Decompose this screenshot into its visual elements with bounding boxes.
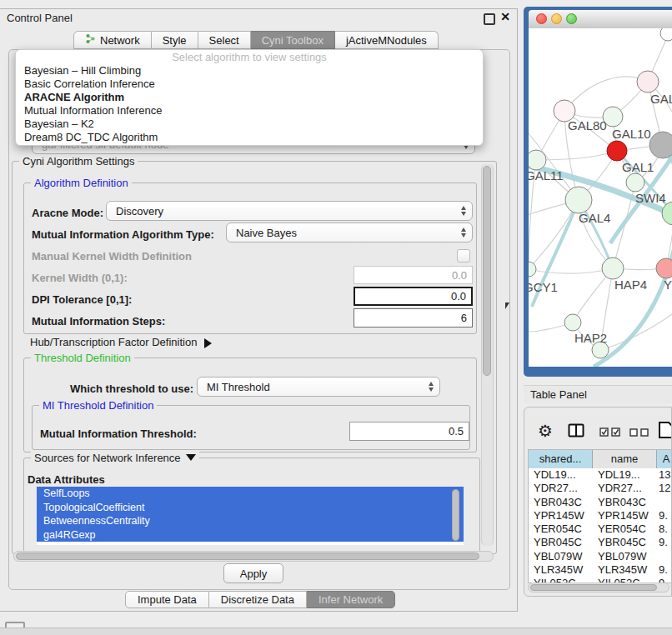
- mi-algorithm-type-select[interactable]: Naive Bayes: [226, 222, 473, 242]
- tab-label: jActiveMNodules: [346, 34, 427, 47]
- algorithm-option-basic-correlation-inference[interactable]: Basic Correlation Inference: [16, 78, 483, 91]
- settings-vertical-scrollbar-thumb[interactable]: [483, 166, 491, 376]
- network-node[interactable]: [662, 202, 672, 225]
- kernel-width-field[interactable]: 0.0: [354, 266, 473, 284]
- node-table: shared...nameA YDL19...YDL19...13YDR27..…: [528, 449, 672, 583]
- tab-style[interactable]: Style: [152, 31, 198, 49]
- network-node-gal1[interactable]: [607, 141, 627, 161]
- apply-button-label: Apply: [240, 568, 268, 580]
- mutual-info-threshold-value: 0.5: [449, 425, 464, 438]
- table-body: YDL19...YDL19...13YDR27...YDR27...12YBR0…: [529, 468, 672, 582]
- zoom-traffic-light[interactable]: [566, 13, 577, 24]
- algorithm-option-mutual-information-inference[interactable]: Mutual Information Inference: [16, 104, 483, 118]
- bottom-tab-impute-data[interactable]: Impute Data: [125, 591, 209, 608]
- node-label-gcy1: GCY1: [529, 280, 558, 294]
- new-table-icon[interactable]: [658, 421, 672, 439]
- split-columns-icon[interactable]: [568, 423, 584, 438]
- settings-vertical-scrollbar[interactable]: [481, 164, 494, 546]
- manual-kernel-checkbox[interactable]: [457, 249, 470, 262]
- table-row[interactable]: YBR043CYBR043C: [529, 496, 672, 509]
- which-threshold-label: Which threshold to use:: [70, 382, 193, 395]
- table-row[interactable]: YBR045CYBR045C9.: [529, 536, 672, 549]
- attribute-selfloops[interactable]: SelfLoops: [37, 487, 464, 501]
- network-node-hap4[interactable]: [602, 258, 624, 279]
- checked-boxes-icon[interactable]: [599, 428, 621, 437]
- column-header-name[interactable]: name: [593, 450, 657, 468]
- bottom-tab-discretize-data[interactable]: Discretize Data: [209, 591, 307, 608]
- apply-button[interactable]: Apply: [223, 563, 283, 583]
- tab-label: Network: [100, 34, 140, 47]
- data-attributes-list[interactable]: SelfLoopsTopologicalCoefficientBetweenne…: [37, 487, 464, 545]
- network-node-hap2[interactable]: [564, 314, 581, 331]
- float-window-icon[interactable]: [484, 13, 495, 25]
- attribute-betweennesscentrality[interactable]: BetweennessCentrality: [37, 514, 464, 528]
- network-node-gal11[interactable]: [529, 150, 546, 170]
- hub-definition-label: Hub/Transcription Factor Definition: [30, 336, 197, 348]
- stepper-arrows-icon: [461, 206, 466, 216]
- column-header-a[interactable]: A: [657, 450, 672, 468]
- minimize-traffic-light[interactable]: [551, 13, 562, 24]
- which-threshold-select[interactable]: MI Threshold: [197, 377, 440, 397]
- column-header-shared[interactable]: shared...: [529, 450, 593, 468]
- network-node-gal4[interactable]: [565, 187, 592, 213]
- network-node[interactable]: [660, 28, 672, 41]
- aracne-mode-value: Discovery: [107, 205, 163, 218]
- settings-horizontal-scrollbar-thumb[interactable]: [16, 552, 479, 560]
- tab-select[interactable]: Select: [198, 31, 251, 49]
- close-traffic-light[interactable]: [536, 13, 547, 24]
- network-node[interactable]: [529, 262, 536, 277]
- algorithm-option-dream8-dc-tdc-algorithm[interactable]: Dream8 DC_TDC Algorithm: [16, 131, 483, 144]
- settings-horizontal-scrollbar[interactable]: [13, 551, 494, 562]
- dpi-tolerance-value: 0.0: [451, 290, 466, 302]
- which-threshold-value: MI Threshold: [198, 381, 270, 393]
- algorithm-option-bayesian-hill-climbing[interactable]: Bayesian – Hill Climbing: [16, 64, 483, 78]
- table-horizontal-scrollbar-thumb[interactable]: [530, 584, 657, 591]
- table-row[interactable]: YER054CYER054C8.: [529, 522, 672, 536]
- network-node[interactable]: [637, 71, 659, 92]
- table-horizontal-scrollbar[interactable]: [528, 582, 669, 592]
- attribute-topologicalcoefficient[interactable]: TopologicalCoefficient: [37, 501, 464, 515]
- sources-toggle[interactable]: Sources for Network Inference: [31, 452, 199, 464]
- close-icon[interactable]: ✕: [500, 10, 510, 23]
- table-row[interactable]: YBL079WYBL079W: [529, 550, 672, 563]
- network-canvas[interactable]: GALGAL80GAL10GAL1GAL11SWI4GAL4GCY1HAP4YH…: [529, 28, 672, 367]
- tab-cyni-toolbox[interactable]: Cyni Toolbox: [251, 31, 335, 49]
- attributes-list-scrollbar-thumb[interactable]: [452, 489, 459, 541]
- gear-icon[interactable]: ⚙: [538, 422, 553, 439]
- table-row[interactable]: YDL19...YDL19...13: [529, 468, 672, 482]
- mutual-info-threshold-field[interactable]: 0.5: [349, 422, 469, 441]
- mi-steps-field[interactable]: 6: [354, 308, 473, 328]
- window-title: Control Panel: [7, 12, 73, 24]
- table-row[interactable]: YPR145WYPR145W9.: [529, 509, 672, 522]
- table-row[interactable]: YLR345WYLR345W9.: [529, 563, 672, 577]
- algorithm-dropdown-popup: Select algorithm to view settingsBayesia…: [15, 49, 484, 146]
- network-node[interactable]: [649, 132, 672, 158]
- attribute-gal4rgexp[interactable]: gal4RGexp: [37, 528, 464, 542]
- table-cell: YBR043C: [529, 496, 593, 509]
- table-panel-titlebar: Table Panel: [524, 385, 672, 403]
- table-cell: YER054C: [529, 522, 593, 536]
- hub-definition-toggle[interactable]: Hub/Transcription Factor Definition: [30, 336, 212, 348]
- bottom-tab-infer-network[interactable]: Infer Network: [307, 591, 395, 608]
- network-node[interactable]: [656, 258, 672, 278]
- node-label-gal80: GAL80: [568, 118, 607, 132]
- dpi-tolerance-field[interactable]: 0.0: [354, 287, 473, 306]
- algorithm-option-bayesian-k2[interactable]: Bayesian – K2: [16, 118, 483, 131]
- table-row[interactable]: YIL052CYIL052C9: [529, 577, 672, 582]
- table-cell: YBL079W: [593, 550, 657, 563]
- aracne-mode-select[interactable]: Discovery: [106, 201, 473, 221]
- table-cell: YBR045C: [529, 536, 593, 549]
- unchecked-boxes-icon[interactable]: [629, 428, 649, 437]
- table-cell: YBR043C: [593, 496, 657, 509]
- mi-algorithm-type-value: Naive Bayes: [227, 227, 297, 239]
- table-panel-title: Table Panel: [530, 388, 587, 401]
- table-cell: YDR27...: [529, 482, 593, 495]
- network-node-swi4[interactable]: [626, 173, 644, 192]
- network-window-titlebar[interactable]: [529, 10, 672, 29]
- tab-network[interactable]: Network: [73, 31, 152, 49]
- algorithm-option-aracne-algorithm[interactable]: ARACNE Algorithm: [16, 91, 483, 104]
- table-cell: YLR345W: [529, 563, 593, 577]
- table-row[interactable]: YDR27...YDR27...12: [529, 482, 672, 495]
- tab-jactivemnodules[interactable]: jActiveMNodules: [335, 31, 439, 49]
- control-panel-tabbar: NetworkStyleSelectCyni ToolboxjActiveMNo…: [73, 31, 439, 49]
